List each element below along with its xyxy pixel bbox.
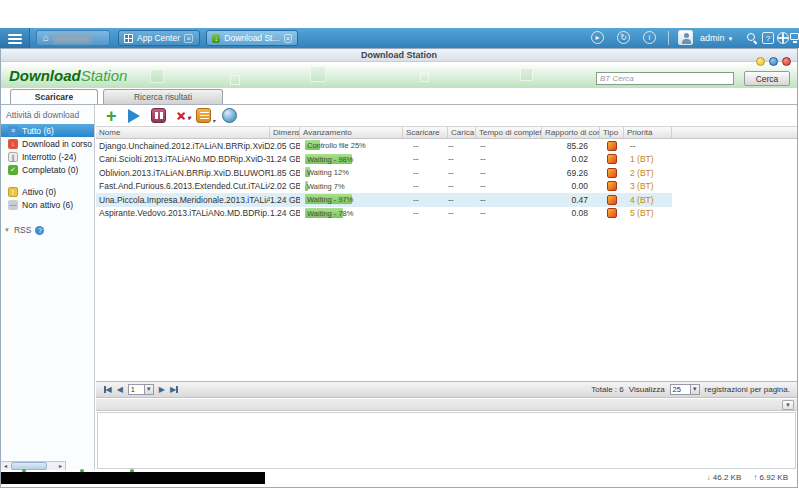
- table-row[interactable]: Aspirante.Vedovo.2013.iTALiANo.MD.BDRip.…: [96, 207, 672, 221]
- sidebar-item[interactable]: —Non attivo (6): [0, 198, 94, 211]
- background-task-icon[interactable]: ▸: [591, 31, 604, 44]
- sidebar-item-rss[interactable]: ▼ RSS ?: [0, 225, 94, 235]
- tab-ricerca-risultati[interactable]: Ricerca risultati: [103, 89, 223, 104]
- column-header[interactable]: Tempo di completam...: [476, 127, 542, 138]
- download-size: 1.24 GB: [270, 208, 300, 218]
- sidebar: Attività di download ≡Tutto (6)↓Download…: [0, 105, 95, 471]
- sidebar-item[interactable]: !Attivo (0): [0, 185, 94, 198]
- upload-speed: --: [448, 154, 476, 164]
- close-icon[interactable]: ×: [284, 34, 292, 43]
- prev-page-button[interactable]: ◀: [117, 385, 123, 394]
- detail-toolbar: ▼: [96, 399, 798, 411]
- refresh-icon[interactable]: ↻: [617, 31, 630, 44]
- priority: --: [624, 141, 672, 151]
- rss-help-icon[interactable]: ?: [35, 226, 44, 235]
- nas-home-tab[interactable]: ⌂: [36, 30, 110, 46]
- progress-bar: Waiting - 78%: [305, 208, 353, 218]
- minimize-button[interactable]: [756, 57, 765, 66]
- pagination-summary: Totale : 6 Visualizza 25 ▼ registrazioni…: [591, 384, 798, 395]
- language-icon[interactable]: [777, 32, 789, 44]
- chevron-down-icon: ▼: [690, 385, 699, 394]
- sidebar-item[interactable]: ✓Completato (0): [0, 163, 94, 176]
- column-header[interactable]: Tipo: [600, 127, 624, 138]
- settings-button[interactable]: ▾: [196, 108, 211, 123]
- collapse-panel-button[interactable]: ▼: [782, 400, 794, 410]
- last-page-button[interactable]: ▶: [170, 385, 178, 394]
- main-menu-button[interactable]: [0, 28, 30, 48]
- help-icon[interactable]: ?: [762, 32, 774, 44]
- progress-text: Waiting - 98%: [305, 155, 353, 164]
- progress-cell: Controllo file 25%: [300, 140, 403, 151]
- table-row[interactable]: Una.Piccola.Impresa.Meridionale.2013.iTA…: [96, 193, 672, 207]
- time-to-complete: --: [476, 181, 542, 191]
- desktop-switch-icon[interactable]: [790, 33, 799, 40]
- chevron-down-icon: ▼: [144, 385, 153, 394]
- sidebar-item-label: Attivo (0): [22, 187, 56, 197]
- first-page-button[interactable]: ◀: [104, 385, 112, 394]
- share-ratio: 0.47: [542, 195, 600, 205]
- sidebar-item[interactable]: ↓Download in corso (-24): [0, 137, 94, 150]
- pause-button[interactable]: [151, 108, 166, 123]
- column-header[interactable]: Carica: [448, 127, 476, 138]
- table-row[interactable]: Oblivion.2013.iTALiAN.BRRip.XviD.BLUWORL…: [96, 166, 672, 180]
- type-cell: [600, 141, 624, 151]
- desktop-tab-label: Download St...: [224, 33, 279, 43]
- table-row[interactable]: Fast.And.Furious.6.2013.Extended.Cut.iTA…: [96, 180, 672, 194]
- delete-button[interactable]: ×▾: [177, 109, 186, 123]
- view-label: Visualizza: [629, 385, 665, 394]
- page-select[interactable]: 1 ▼: [128, 384, 154, 395]
- transfer-rates: ↓ 46.2 KB ↑ 6.92 KB: [707, 473, 788, 482]
- page-size-select[interactable]: 25 ▼: [670, 384, 700, 395]
- scroll-right-icon[interactable]: ▸: [56, 462, 65, 470]
- home-icon: ⌂: [43, 33, 49, 43]
- sidebar-item[interactable]: ≡Tutto (6): [0, 124, 94, 137]
- column-header[interactable]: Priorità: [624, 127, 672, 138]
- column-header[interactable]: Dimensi...: [270, 127, 300, 138]
- censored-bar: [0, 472, 265, 484]
- scroll-left-icon[interactable]: ◂: [1, 462, 10, 470]
- column-header[interactable]: Avanzamento: [300, 127, 403, 138]
- download-speed: --: [403, 141, 448, 151]
- column-header[interactable]: Rapporto di cond...: [542, 127, 600, 138]
- close-icon[interactable]: ×: [184, 34, 193, 43]
- search-icon[interactable]: [747, 33, 758, 44]
- browser-button[interactable]: [222, 108, 237, 123]
- pagination-nav: ◀ ◀ 1 ▼ ▶ ▶: [96, 384, 178, 395]
- search-button[interactable]: Cerca: [744, 71, 790, 86]
- add-download-button[interactable]: +: [106, 108, 117, 124]
- download-speed: --: [403, 195, 448, 205]
- user-avatar[interactable]: [678, 30, 693, 45]
- progress-bar: Waiting 12%: [305, 167, 349, 177]
- toolbar: + ×▾ ▾: [96, 105, 798, 126]
- next-page-button[interactable]: ▶: [159, 385, 165, 394]
- desktop-tab-app-center[interactable]: App Center ×: [118, 30, 200, 46]
- pagination-bar: ◀ ◀ 1 ▼ ▶ ▶ Totale : 6 Visualizza 25 ▼: [96, 381, 798, 398]
- sidebar-item[interactable]: ∥Interrotto (-24): [0, 150, 94, 163]
- start-button[interactable]: [128, 109, 140, 123]
- scrollbar-thumb[interactable]: [11, 462, 47, 470]
- chevron-down-icon: ▾: [212, 117, 215, 124]
- restore-button[interactable]: [769, 57, 778, 66]
- bt-search-input[interactable]: [596, 72, 734, 85]
- column-header[interactable]: Scaricare: [403, 127, 448, 138]
- user-menu[interactable]: admin▼: [700, 33, 733, 43]
- column-header-filler: [672, 127, 798, 138]
- progress-cell: Waiting 12%: [300, 167, 403, 178]
- close-button[interactable]: [782, 57, 791, 66]
- bt-icon: [607, 168, 617, 178]
- table-row[interactable]: Cani.Sciolti.2013.iTALiANo.MD.BDRip.XviD…: [96, 153, 672, 167]
- main-area: Attività di download ≡Tutto (6)↓Download…: [0, 104, 798, 470]
- bt-icon: [607, 154, 617, 164]
- table-row[interactable]: Django.Unchained.2012.iTALiAN.BRRip.XviD…: [96, 139, 672, 153]
- download-name: Fast.And.Furious.6.2013.Extended.Cut.iTA…: [96, 181, 270, 191]
- tab-scaricare[interactable]: Scaricare: [10, 89, 98, 104]
- desktop-tab-download-station[interactable]: ↓ Download St... ×: [206, 30, 298, 46]
- notification-icon[interactable]: i: [643, 31, 656, 44]
- column-header[interactable]: Nome: [96, 127, 270, 138]
- detail-panel: [97, 412, 796, 469]
- desktop-topbar: ⌂ App Center × ↓ Download St... × ▸ ↻ i …: [0, 28, 799, 48]
- app-center-icon: [124, 34, 133, 43]
- progress-bar: Waiting 7%: [305, 181, 345, 191]
- download-name: Oblivion.2013.iTALiAN.BRRip.XviD.BLUWORL…: [96, 168, 270, 178]
- priority: 4 (BT): [624, 195, 672, 205]
